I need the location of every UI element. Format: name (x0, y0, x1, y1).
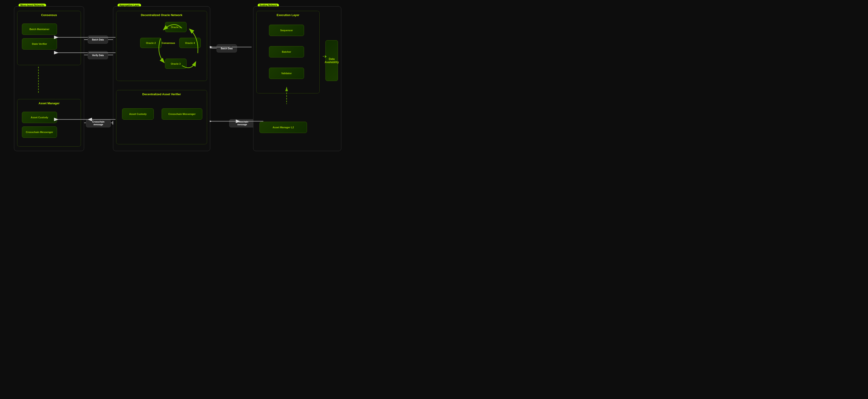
dav-panel: Decentralized Asset Verifier Asset Custo… (116, 90, 207, 144)
oracle4-box: Oracle 4 (179, 38, 201, 48)
crosschain-msg-label-right: Crosschain message (229, 119, 255, 127)
state-verifier-box: State Verifier (22, 38, 57, 50)
diagram-container: Move-based Networks Consensus Batch Main… (0, 0, 347, 160)
asset-manager-title: Asset Manager (18, 102, 81, 105)
batch-data-label-left: Batch Data (88, 35, 108, 44)
left-asset-custody-box: Asset Custody (22, 112, 57, 123)
middle-outer-panel: Aggregation Layer Decentralized Oracle N… (113, 6, 210, 151)
asset-manager-panel: Asset Manager Asset Custody Crosschain M… (17, 99, 81, 147)
da-arrowhead (325, 55, 327, 58)
batch-maintainer-box: Batch Maintainer (22, 24, 57, 35)
middle-crosschain-messenger-box: Crosschain Messenger (162, 108, 202, 120)
consensus-panel: Consensus Batch Maintainer State Verifie… (17, 11, 81, 65)
batcher-box: Batcher (269, 46, 304, 57)
oracle3-box: Oracle 3 (165, 59, 186, 69)
asset-manager-l2-box: Asset Manager L2 (259, 122, 307, 133)
dav-title: Decentralized Asset Verifier (116, 92, 207, 96)
sequencer-box: Sequencer (269, 25, 304, 36)
consensus-title: Consensus (18, 13, 81, 17)
execution-layer-panel: Execution Layer Sequencer Batcher Valida… (256, 11, 320, 93)
left-crosschain-messenger-box: Crosschain Messenger (22, 126, 57, 138)
execution-title: Execution Layer (256, 13, 319, 17)
don-panel: Decentralized Oracle Network Oracle 1 Or… (116, 11, 207, 81)
middle-asset-custody-box: Asset Custody (122, 108, 154, 120)
validator-box: Validator (269, 68, 304, 79)
oracle1-box: Oracle 1 (165, 22, 186, 32)
crosschain-msg-label-left: Crosschain message (86, 119, 111, 127)
batch-data-label-right: Batch Data (217, 44, 237, 53)
right-outer-panel: Scaling Network Execution Layer Sequence… (253, 6, 341, 151)
data-availability-box: Data Availability (326, 40, 338, 81)
left-outer-panel: Move-based Networks Consensus Batch Main… (14, 6, 84, 151)
don-title: Decentralized Oracle Network (116, 13, 207, 17)
oracle-consensus-label: Consensus (158, 41, 179, 44)
verify-data-label: Verify Data (88, 51, 108, 59)
